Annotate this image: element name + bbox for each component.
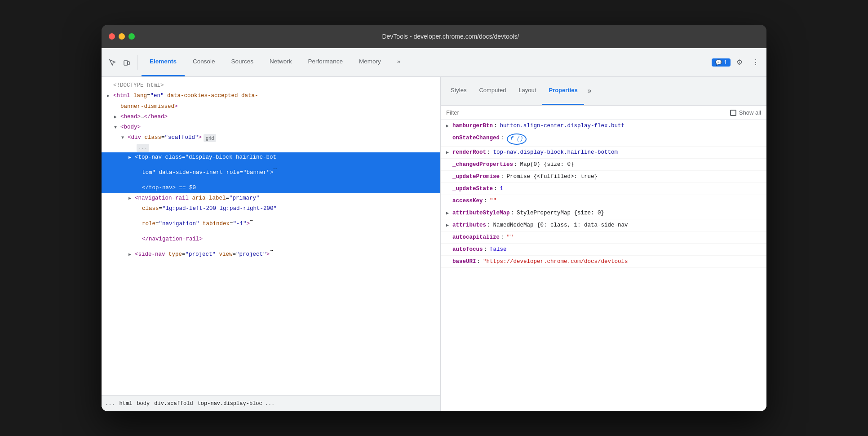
breadcrumb-scaffold[interactable]: div.scaffold [152, 400, 195, 408]
breadcrumb-dots: ... [105, 400, 115, 407]
prop-update-promise[interactable]: _updatePromise : Promise {<fulfilled>: t… [441, 171, 766, 183]
panel-tab-more[interactable]: » [584, 77, 595, 105]
html-line: <!DOCTYPE html> [102, 80, 440, 91]
tab-layout[interactable]: Layout [512, 77, 542, 105]
expand-arrow [136, 205, 142, 213]
tab-sources[interactable]: Sources [223, 48, 262, 76]
prop-render-root[interactable]: ▶ renderRoot : top-nav.display-block.hai… [441, 147, 766, 159]
notification-count: 1 [724, 59, 727, 66]
html-line[interactable]: ... [102, 143, 440, 153]
expand-arrow[interactable]: ▼ [114, 124, 120, 131]
expand-arrow [128, 144, 135, 151]
breadcrumb-bar: ... html body div.scaffold top-nav.displ… [102, 395, 440, 411]
html-line: ▶ <html lang="en" data-cookies-accepted … [102, 91, 440, 101]
svg-rect-1 [128, 62, 129, 65]
main-content: <!DOCTYPE html> ▶ <html lang="en" data-c… [102, 77, 766, 411]
breadcrumb-html[interactable]: html [118, 400, 134, 408]
prop-attribute-style-map[interactable]: ▶ attributeStyleMap : StylePropertyMap {… [441, 207, 766, 219]
tab-properties[interactable]: Properties [542, 77, 584, 105]
inspect-element-button[interactable] [105, 55, 120, 70]
prop-autocapitalize[interactable]: autocapitalize : "" [441, 231, 766, 244]
expand-arrow [136, 220, 142, 228]
expand-arrow [136, 236, 142, 243]
html-line[interactable]: ▶ <navigation-rail aria-label="primary" [102, 193, 440, 204]
expand-arrow[interactable]: ▶ [114, 113, 120, 121]
notification-badge[interactable]: 💬 1 [712, 58, 731, 67]
chat-icon: 💬 [715, 59, 722, 66]
minimize-button[interactable] [119, 33, 125, 40]
properties-list: ▶ hamburgerBtn : button.align-center.dis… [441, 120, 766, 411]
window-title: DevTools - developer.chrome.com/docs/dev… [142, 33, 759, 40]
expand-arrow[interactable]: ▶ [128, 251, 135, 258]
tab-elements[interactable]: Elements [142, 48, 185, 76]
expand-arrow [136, 169, 142, 177]
tab-network[interactable]: Network [261, 48, 300, 76]
html-line: banner-dismissed> [102, 102, 440, 112]
devtools-window: DevTools - developer.chrome.com/docs/dev… [102, 25, 766, 411]
html-line: class="lg:pad-left-200 lg:pad-right-200" [102, 204, 440, 214]
tab-performance[interactable]: Performance [300, 48, 351, 76]
filter-bar: Show all [441, 106, 766, 120]
tab-styles[interactable]: Styles [444, 77, 473, 105]
title-bar: DevTools - developer.chrome.com/docs/dev… [102, 25, 766, 48]
tab-memory[interactable]: Memory [351, 48, 389, 76]
prop-expand-icon[interactable]: ▶ [446, 123, 452, 130]
prop-hamburger-btn[interactable]: ▶ hamburgerBtn : button.align-center.dis… [441, 120, 766, 132]
prop-access-key[interactable]: accessKey : "" [441, 195, 766, 207]
main-tabs: Elements Console Sources Network Perform… [142, 48, 408, 76]
main-toolbar: Elements Console Sources Network Perform… [102, 48, 766, 77]
html-line-selected[interactable]: </top-nav> == $0 [102, 183, 440, 193]
settings-button[interactable]: ⚙ [732, 55, 747, 70]
breadcrumb-topnav[interactable]: top-nav.display-bloc [196, 400, 264, 408]
toolbar-separator [137, 55, 138, 70]
html-line-selected[interactable]: ▶ <top-nav class="display-block hairline… [102, 152, 440, 163]
breadcrumb-body[interactable]: body [135, 400, 151, 408]
prop-expand-icon[interactable]: ▶ [446, 210, 452, 217]
prop-update-state[interactable]: _updateState : 1 [441, 183, 766, 195]
expand-arrow[interactable]: ▶ [128, 195, 135, 202]
html-line[interactable]: ▼ <div class="scaffold" > grid [102, 133, 440, 143]
prop-expand-icon[interactable]: ▶ [446, 149, 452, 156]
html-line[interactable]: ▶ <head>…</head> [102, 112, 440, 122]
close-button[interactable] [109, 33, 115, 40]
devtools-container: Elements Console Sources Network Perform… [102, 48, 766, 411]
prop-changed-properties[interactable]: _changedProperties : Map(0) {size: 0} [441, 159, 766, 171]
expand-arrow[interactable]: ▶ [107, 92, 113, 100]
ellipsis-button[interactable]: ... [137, 144, 149, 152]
panel-tabs: Styles Computed Layout Properties » [441, 77, 766, 106]
expand-arrow[interactable]: ▶ [128, 154, 135, 161]
device-toolbar-button[interactable] [120, 55, 134, 70]
more-options-button[interactable]: ⋮ [748, 55, 763, 70]
html-line: </navigation-rail> [102, 234, 440, 245]
prop-attributes[interactable]: ▶ attributes : NamedNodeMap {0: class, 1… [441, 219, 766, 231]
grid-badge: grid [204, 134, 216, 142]
show-all-label: Show all [730, 109, 761, 116]
tab-more[interactable]: » [389, 48, 409, 76]
elements-tree[interactable]: <!DOCTYPE html> ▶ <html lang="en" data-c… [102, 77, 440, 395]
html-line: role="navigation" tabindex="-1">… [102, 214, 440, 235]
prop-base-uri[interactable]: baseURI : "https://developer.chrome.com/… [441, 256, 766, 268]
elements-panel: <!DOCTYPE html> ▶ <html lang="en" data-c… [102, 77, 441, 411]
filter-input[interactable] [446, 109, 726, 116]
expand-arrow [114, 103, 120, 111]
traffic-lights [109, 33, 135, 40]
maximize-button[interactable] [128, 33, 135, 40]
expand-arrow [136, 184, 142, 192]
html-line[interactable]: ▶ <side-nav type="project" view="project… [102, 245, 440, 265]
show-all-checkbox[interactable] [730, 110, 736, 116]
toolbar-right: 💬 1 ⚙ ⋮ [712, 55, 763, 70]
prop-expand-icon[interactable]: ▶ [446, 222, 452, 229]
expand-arrow [107, 82, 113, 89]
tab-computed[interactable]: Computed [473, 77, 512, 105]
html-line[interactable]: ▼ <body> [102, 122, 440, 133]
prop-autofocus[interactable]: autofocus : false [441, 244, 766, 256]
expand-arrow[interactable]: ▼ [121, 134, 128, 142]
properties-panel: Styles Computed Layout Properties » Show… [441, 77, 766, 411]
html-line-selected[interactable]: tom" data-side-nav-inert role="banner">… [102, 163, 440, 183]
show-all-text: Show all [739, 109, 761, 116]
svg-rect-0 [124, 61, 128, 65]
tab-console[interactable]: Console [185, 48, 223, 76]
prop-on-state-changed[interactable]: onStateChanged : f () [441, 132, 766, 147]
breadcrumb-more: ... [265, 400, 275, 407]
function-badge: f () [507, 133, 527, 145]
